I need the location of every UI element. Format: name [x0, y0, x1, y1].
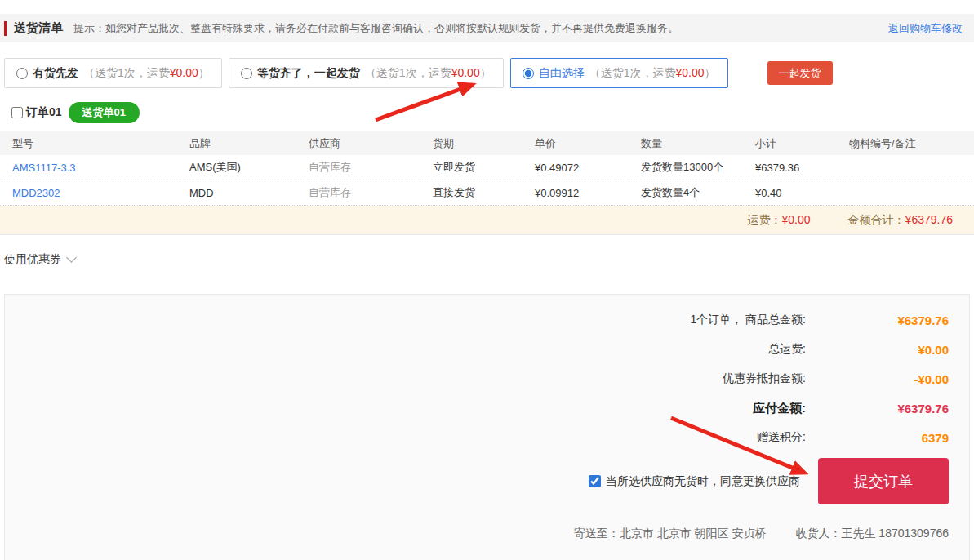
brand-cell: AMS(美国) — [189, 160, 309, 175]
checkout-summary-panel: 1个订单， 商品总金额: ¥6379.76 总运费: ¥0.00 优惠券抵扣金额… — [4, 294, 970, 560]
table-header-row: 型号 品牌 供应商 货期 单价 数量 小计 物料编号/备注 — [0, 131, 974, 155]
amount-total: 金额合计：¥6379.76 — [848, 213, 953, 228]
shipping-option-radio[interactable] — [16, 68, 28, 79]
coupon-deduction-value: -¥0.00 — [806, 372, 949, 386]
bonus-points-value: 6379 — [806, 431, 949, 445]
shipping-option-radio[interactable] — [523, 68, 534, 79]
leadtime-cell: 直接发货 — [433, 185, 535, 200]
shipping-option-detail: （送货1次，运费¥0.00） — [589, 66, 716, 81]
order-title: 订单01 — [26, 105, 62, 120]
shipping-option-label: 有货先发 — [33, 66, 78, 81]
order-title-row: 订单01 送货单01 — [11, 102, 974, 123]
ship-together-button[interactable]: 一起发货 — [767, 61, 833, 85]
freight-price: ¥0.00 — [451, 66, 480, 79]
unit-price-cell: ¥0.09912 — [535, 187, 641, 199]
order-select-checkbox[interactable] — [11, 107, 23, 118]
payable-amount-value: ¥6379.76 — [806, 402, 949, 416]
leadtime-cell: 立即发货 — [433, 160, 535, 175]
col-header-material-note: 物料编号/备注 — [849, 136, 974, 151]
unit-price-cell: ¥0.49072 — [535, 162, 641, 174]
freight-price: ¥0.00 — [675, 66, 704, 79]
shipping-options-row: 有货先发 （送货1次，运费¥0.00） 等货齐了，一起发货 （送货1次，运费¥0… — [4, 58, 974, 88]
freight-total-value: ¥0.00 — [782, 213, 811, 226]
chevron-down-icon — [66, 252, 77, 263]
summary-line-payable: 应付金额: ¥6379.76 — [5, 393, 949, 423]
subtotal-cell: ¥6379.36 — [755, 162, 849, 174]
supplier-replace-agreement[interactable]: 当所选供应商无货时，同意更换供应商 — [589, 474, 800, 489]
shipping-option-detail: （送货1次，运费¥0.00） — [83, 66, 210, 81]
submit-row: 当所选供应商无货时，同意更换供应商 提交订单 — [5, 458, 949, 504]
freight-total: 运费：¥0.00 — [748, 213, 811, 228]
shipping-option-free-select[interactable]: 自由选择 （送货1次，运费¥0.00） — [510, 58, 728, 88]
back-to-cart-link[interactable]: 返回购物车修改 — [888, 21, 963, 36]
col-header-quantity: 数量 — [641, 136, 755, 151]
title-accent-bar — [4, 21, 7, 36]
agree-replace-supplier-label: 当所选供应商无货时，同意更换供应商 — [606, 474, 800, 489]
submit-order-button[interactable]: 提交订单 — [818, 458, 949, 504]
summary-line-coupon-deduction: 优惠券抵扣金额: -¥0.00 — [5, 364, 949, 393]
summary-line-freight: 总运费: ¥0.00 — [5, 335, 949, 364]
freight-price: ¥0.00 — [170, 66, 198, 79]
supplier-cell: 自营库存 — [309, 160, 433, 175]
page-title: 送货清单 — [14, 20, 63, 36]
table-row: MDD2302 MDD 自营库存 直接发货 ¥0.09912 发货数量4个 ¥0… — [0, 180, 974, 206]
freight-value: ¥0.00 — [806, 343, 949, 357]
header-tip-text: 提示：如您对产品批次、整盘有特殊要求，请务必在付款前与客服咨询确认，否则将按默认… — [73, 21, 678, 36]
shipping-option-label: 等货齐了，一起发货 — [257, 66, 360, 81]
shipping-option-detail: （送货1次，运费¥0.00） — [365, 66, 491, 81]
receiver-info: 收货人：王先生 18701309766 — [795, 527, 949, 541]
summary-line-points: 赠送积分: 6379 — [5, 423, 949, 452]
address-row: 寄送至：北京市 北京市 朝阳区 安贞桥 收货人：王先生 18701309766 — [5, 527, 949, 541]
summary-line-goods-total: 1个订单， 商品总金额: ¥6379.76 — [5, 305, 949, 335]
col-header-brand: 品牌 — [189, 136, 309, 151]
goods-total-value: ¥6379.76 — [806, 313, 949, 327]
order-totals-band: 运费：¥0.00 金额合计：¥6379.76 — [0, 206, 974, 235]
shipping-option-label: 自由选择 — [539, 66, 585, 81]
part-number-link[interactable]: MDD2302 — [12, 187, 189, 199]
shipping-option-wait-all[interactable]: 等货齐了，一起发货 （送货1次，运费¥0.00） — [229, 58, 504, 88]
amount-total-value: ¥6379.76 — [905, 213, 953, 226]
col-header-unit-price: 单价 — [535, 136, 641, 151]
col-header-model: 型号 — [12, 136, 189, 151]
page-header: 送货清单 提示：如您对产品批次、整盘有特殊要求，请务必在付款前与客服咨询确认，否… — [0, 14, 974, 42]
shipping-option-stock-first[interactable]: 有货先发 （送货1次，运费¥0.00） — [4, 58, 222, 88]
shipping-option-radio[interactable] — [241, 68, 252, 79]
brand-cell: MDD — [189, 187, 309, 199]
supplier-cell: 自营库存 — [309, 185, 433, 200]
delivery-note-badge: 送货单01 — [69, 102, 140, 123]
table-row: AMS1117-3.3 AMS(美国) 自营库存 立即发货 ¥0.49072 发… — [0, 155, 974, 180]
subtotal-cell: ¥0.40 — [755, 187, 849, 199]
col-header-supplier: 供应商 — [309, 136, 433, 151]
coupon-toggle[interactable]: 使用优惠券 — [4, 252, 75, 267]
part-number-link[interactable]: AMS1117-3.3 — [12, 162, 189, 174]
agree-replace-supplier-checkbox[interactable] — [589, 475, 601, 487]
coupon-label: 使用优惠券 — [4, 252, 61, 267]
col-header-subtotal: 小计 — [755, 136, 849, 151]
quantity-cell: 发货数量13000个 — [641, 160, 755, 175]
ship-to-address: 寄送至：北京市 北京市 朝阳区 安贞桥 — [574, 527, 767, 541]
quantity-cell: 发货数量4个 — [641, 185, 755, 200]
col-header-leadtime: 货期 — [433, 136, 535, 151]
